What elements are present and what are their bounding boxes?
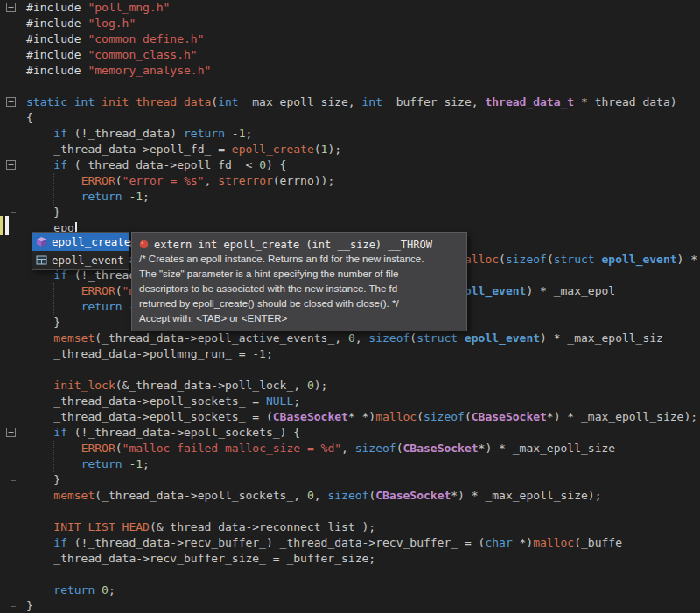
code-token: _max_epoll_size, [239, 95, 362, 108]
code-token [26, 158, 53, 171]
code-token: epoll_event [602, 253, 677, 266]
code-token [26, 379, 53, 392]
fold-collapse-button[interactable]: – [6, 160, 16, 170]
tooltip-description-line: descriptors to be associated with the ne… [139, 282, 459, 296]
code-line[interactable]: #include "memory_analyse.h" [26, 63, 211, 79]
code-token [26, 190, 81, 203]
tooltip-accept-hint: Accept with: <TAB> or <ENTER> [139, 311, 459, 326]
code-line[interactable]: } [26, 205, 60, 220]
code-token [26, 426, 53, 439]
code-token [26, 489, 53, 502]
code-line[interactable]: #include "poll_mng.h" [26, 0, 170, 16]
tooltip-description-line: The "size" parameter is a hint specifyin… [139, 267, 459, 282]
code-line[interactable]: #include "common_class.h" [26, 47, 198, 63]
code-line[interactable]: ERROR("error = %s", strerror(errno)); [26, 173, 334, 189]
code-token: "poll_mng.h" [88, 1, 170, 14]
code-token: { [26, 111, 33, 124]
code-token: if [53, 268, 67, 282]
code-token: 0 [307, 489, 314, 502]
code-line[interactable]: memset(_thread_data->epoll_sockets_, 0, … [26, 488, 601, 504]
code-token: , [314, 489, 328, 502]
code-token: (_thread_data->epoll_active_events_, [94, 331, 348, 345]
code-line[interactable]: } [26, 472, 60, 488]
completion-item-epoll_event[interactable]: epoll_event [32, 251, 129, 269]
code-line[interactable]: return -1; [26, 456, 150, 472]
code-token: "common_define.h" [88, 32, 204, 45]
code-token: memset [53, 331, 94, 345]
completion-item-epoll_create[interactable]: epoll_create [32, 233, 129, 251]
code-line[interactable]: _thread_data->recv_buffer_size_ = _buffe… [26, 551, 375, 567]
code-token: char [485, 536, 512, 549]
code-token: _thread_data->recv_buffer_size_ = _buffe… [26, 552, 375, 565]
code-line[interactable]: INIT_LIST_HEAD(&_thread_data->reconnect_… [26, 519, 375, 535]
code-token: ( [211, 95, 218, 108]
code-token: CBaseSocket [472, 410, 547, 423]
code-token: *) * _max_epoll_size); [451, 489, 601, 502]
code-line[interactable]: return -1; [26, 189, 150, 205]
code-token: malloc [375, 410, 416, 423]
code-token: ( [314, 143, 321, 156]
code-line[interactable]: _thread_data->epoll_sockets_ = NULL; [26, 394, 300, 409]
code-token [26, 536, 53, 549]
code-token: sizeof [327, 489, 368, 502]
code-token: NULL [266, 394, 293, 408]
code-token: *) * _max_epoll_size); [547, 410, 697, 423]
code-line[interactable]: static int init_thread_data(int _max_epo… [26, 94, 677, 110]
code-token: 0 [348, 331, 355, 345]
code-line[interactable]: #include "log.h" [26, 16, 136, 31]
code-line[interactable]: _thread_data->pollmng_run_ = -1; [26, 346, 273, 362]
completion-list: epoll_createepoll_event [32, 232, 130, 270]
code-token: #include [26, 64, 88, 77]
code-token: return [81, 190, 122, 203]
code-token: ( [116, 174, 122, 187]
code-token: (_thread_data->epoll_sockets_, [94, 489, 307, 502]
code-line[interactable]: init_lock(&_thread_data->poll_lock_, 0); [26, 378, 327, 394]
code-line[interactable]: memset(_thread_data->epoll_active_events… [26, 331, 663, 346]
code-token: int [218, 95, 238, 108]
code-token: ; [245, 127, 252, 140]
code-editor[interactable]: –––– #include "poll_mng.h"#include "log.… [0, 0, 700, 613]
code-token: epoll_event [465, 331, 540, 345]
code-token: 0 [102, 583, 108, 596]
code-line[interactable]: { [26, 110, 33, 126]
code-token: } [26, 599, 33, 612]
code-token: ( [410, 331, 416, 345]
fold-collapse-button[interactable]: – [6, 3, 16, 12]
code-token: INIT_LIST_HEAD [53, 520, 150, 533]
code-line[interactable]: if (!_thread_data->recv_buffer_) _thread… [26, 535, 622, 551]
code-token: , [205, 174, 219, 187]
intellisense-tooltip: extern int epoll_create (int __size) __T… [131, 232, 467, 331]
code-token: ) * _max_epol [526, 284, 615, 297]
code-line[interactable]: if (!_thread_data) return -1; [26, 126, 252, 142]
code-token: #include [26, 32, 88, 45]
code-token: ( [116, 442, 122, 455]
code-token: CBaseSocket [375, 489, 451, 502]
code-line[interactable]: if (!_thread_data->epoll_sockets_) { [26, 425, 300, 441]
code-line[interactable]: _thread_data->epoll_fd_ = epoll_create(1… [26, 142, 341, 157]
fold-collapse-button[interactable]: – [6, 428, 16, 437]
code-line[interactable]: #include "common_define.h" [26, 31, 205, 47]
code-token [595, 253, 602, 266]
code-token: } [26, 205, 60, 219]
tooltip-signature-row: extern int epoll_create (int __size) __T… [139, 237, 459, 252]
code-token: } [26, 473, 60, 486]
tooltip-description: /* Creates an epoll instance. Returns an… [139, 252, 459, 311]
code-line[interactable]: ERROR("malloc failed malloc_size = %d", … [26, 441, 615, 456]
code-token: memset [53, 489, 94, 502]
code-token: (&_thread_data->poll_lock_, [116, 379, 307, 392]
fold-collapse-button[interactable]: – [6, 97, 16, 107]
code-line[interactable]: } [26, 598, 33, 613]
code-line[interactable]: return 0; [26, 582, 116, 598]
code-token: ( [396, 442, 403, 455]
code-line[interactable]: if (_thread_data->epoll_fd_ < 0) { [26, 157, 286, 173]
code-token: ERROR [81, 442, 116, 455]
code-token: *) [513, 536, 533, 549]
method-icon [36, 236, 48, 247]
code-token [26, 300, 81, 313]
code-line[interactable]: } [26, 315, 60, 331]
code-token [26, 331, 53, 345]
code-token: sizeof [506, 253, 547, 266]
function-glyph-icon [139, 239, 150, 250]
code-line[interactable]: _thread_data->epoll_sockets_ = (CBaseSoc… [26, 409, 697, 425]
code-token: * *) [348, 410, 375, 423]
